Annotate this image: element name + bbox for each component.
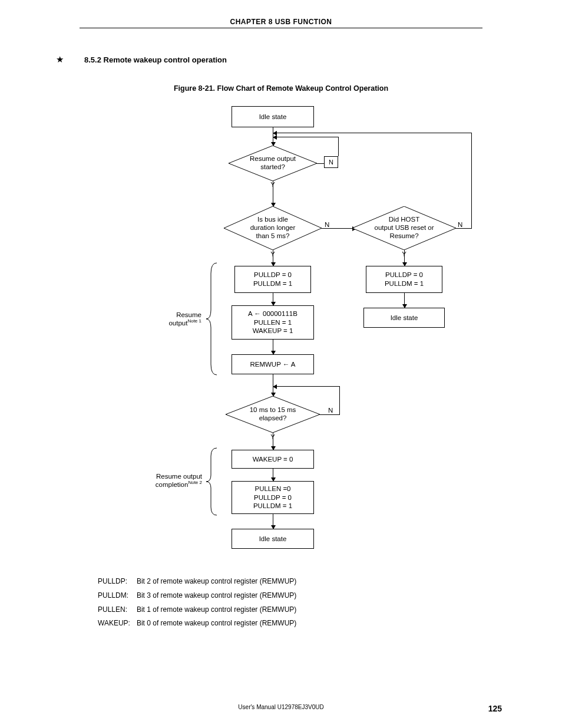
decision-host-reset: Did HOST output USB reset or Resume? [352, 206, 456, 250]
def-row: WAKEUP: Bit 0 of remote wakeup control r… [97, 617, 301, 630]
connector [338, 137, 339, 156]
def-row: PULLDP: Bit 2 of remote wakeup control r… [97, 575, 301, 588]
branch-label-n: N [328, 407, 333, 414]
section-title: 8.5.2 Remote wakeup control operation [84, 55, 227, 64]
def-val: Bit 1 of remote wakeup control register … [136, 604, 301, 617]
connector [277, 137, 339, 137]
node-text: Resume? [389, 232, 418, 241]
def-key: PULLDP: [97, 575, 135, 588]
def-val: Bit 2 of remote wakeup control register … [136, 575, 301, 588]
node-text: than 5 ms? [256, 232, 290, 241]
brace-icon [205, 262, 219, 376]
node-remwup-a: REMWUP ← A [232, 354, 314, 374]
node-a-assign: A ← 00000111B PULLEN = 1 WAKEUP = 1 [232, 305, 314, 340]
node-wakeup0: WAKEUP = 0 [232, 450, 314, 469]
connector [456, 228, 471, 229]
branch-label-n: N [325, 221, 329, 228]
def-key: PULLEN: [97, 604, 135, 617]
connector [339, 386, 340, 415]
node-text: PULLDM = 1 [253, 279, 292, 288]
node-text: WAKEUP = 1 [253, 327, 293, 335]
chapter-title: CHAPTER 8 USB FUNCTION [0, 18, 562, 26]
footer-manual: User's Manual U12978EJ3V0UD [0, 704, 562, 710]
page-number: 125 [488, 704, 502, 713]
node-text: PULLDM = 1 [385, 279, 424, 288]
node-text: duration longer [250, 224, 296, 232]
connector [322, 228, 354, 229]
node-text: PULLDP = 0 [254, 271, 292, 279]
decision-bus-idle: Is bus idle duration longer than 5 ms? [224, 206, 322, 250]
figure-title: Figure 8-21. Flow Chart of Remote Wakeup… [0, 84, 562, 93]
label-line2: output [168, 319, 187, 327]
def-key: WAKEUP: [97, 617, 135, 630]
connector [277, 133, 472, 133]
node-text: Did HOST [389, 216, 419, 224]
node-pull-right: PULLDP = 0 PULLDM = 1 [366, 266, 442, 293]
node-idle-top: Idle state [232, 106, 314, 127]
decision-resume-started: Resume output started? [229, 146, 317, 181]
node-text: Is bus idle [257, 216, 288, 224]
branch-label-n: N [329, 158, 333, 166]
def-key: PULLDM: [97, 589, 135, 602]
node-text: 10 ms to 15 ms [250, 406, 296, 414]
node-text: REMWUP ← A [250, 360, 295, 369]
node-text: Idle state [259, 535, 287, 543]
group-label-resume-completion: Resume output completionNote 2 [138, 473, 202, 488]
brace-icon [205, 447, 219, 516]
arrowhead-left-icon [273, 131, 277, 136]
node-text: WAKEUP = 0 [253, 455, 293, 464]
node-idle-bottom: Idle state [232, 529, 314, 549]
star-icon: ★ [56, 54, 64, 65]
connector [317, 163, 324, 164]
node-text: started? [260, 163, 285, 172]
note-sup: Note 1 [187, 318, 201, 324]
label-line1: Resume [176, 311, 201, 318]
label-line1: Resume output [156, 473, 202, 480]
node-text: PULLDM = 1 [253, 502, 292, 510]
node-pullen0: PULLEN =0 PULLDP = 0 PULLDM = 1 [232, 481, 314, 514]
header-rule [80, 28, 482, 28]
branch-label-n-box: N [324, 156, 338, 168]
node-text: PULLDP = 0 [254, 493, 292, 502]
def-row: PULLEN: Bit 1 of remote wakeup control r… [97, 604, 301, 617]
node-text: Idle state [259, 113, 287, 121]
definitions: PULLDP: Bit 2 of remote wakeup control r… [96, 574, 302, 631]
note-sup: Note 2 [188, 480, 202, 485]
connector [277, 386, 340, 387]
arrowhead-left-icon [273, 135, 277, 140]
connector [471, 133, 472, 229]
node-text: elapsed? [259, 414, 287, 423]
node-text: Resume output [250, 155, 296, 163]
node-text: PULLEN = 1 [254, 318, 292, 327]
node-text: PULLEN =0 [254, 485, 290, 493]
def-row: PULLDM: Bit 3 of remote wakeup control r… [97, 589, 301, 602]
def-val: Bit 3 of remote wakeup control register … [136, 589, 301, 602]
node-idle-right: Idle state [363, 308, 445, 328]
connector [273, 181, 273, 205]
branch-label-n: N [458, 221, 462, 228]
decision-elapsed: 10 ms to 15 ms elapsed? [226, 396, 320, 433]
node-pull-left: PULLDP = 0 PULLDM = 1 [234, 266, 311, 293]
node-text: PULLDP = 0 [385, 271, 423, 279]
node-text: A ← 00000111B [248, 309, 297, 318]
group-label-resume-output: Resume outputNote 1 [153, 311, 201, 327]
node-text: output USB reset or [375, 224, 434, 232]
page: CHAPTER 8 USB FUNCTION ★ 8.5.2 Remote wa… [0, 0, 562, 728]
node-text: Idle state [391, 314, 418, 322]
def-val: Bit 0 of remote wakeup control register … [136, 617, 301, 630]
arrowhead-left-icon [273, 384, 277, 389]
label-line2: completion [156, 481, 189, 488]
connector [320, 414, 339, 415]
